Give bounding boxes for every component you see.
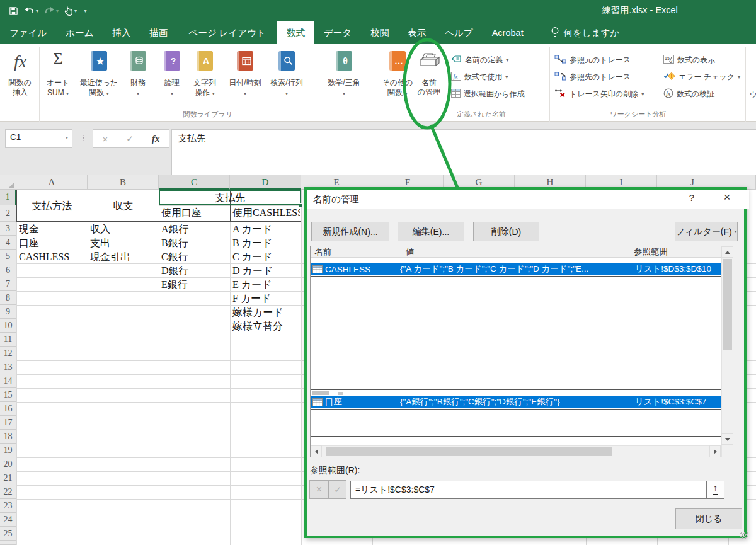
ribbon-item-define-name[interactable]: 名前の定義▾ — [451, 54, 508, 66]
customize-qat-button[interactable]: ▾ — [83, 9, 88, 13]
dropdown-icon[interactable]: ▾ — [506, 57, 508, 63]
row-header-16[interactable]: 16 — [0, 402, 16, 416]
row-header-24[interactable]: 24 — [0, 513, 16, 527]
name-manager-button[interactable]: 名前の管理 — [410, 49, 449, 110]
resize-grip[interactable] — [740, 532, 748, 539]
ribbon-item-use-in-formula[interactable]: fx数式で使用▾ — [451, 71, 508, 83]
row-header-23[interactable]: 23 — [0, 499, 16, 513]
cell-A3[interactable]: 現金 — [19, 222, 86, 235]
row-header-12[interactable]: 12 — [0, 347, 16, 360]
tab-0[interactable]: ファイル — [0, 21, 56, 44]
cell-B5[interactable]: 現金引出 — [90, 250, 158, 263]
cell-D5[interactable]: C カード — [232, 250, 300, 263]
row-header-1[interactable]: 1 — [0, 190, 16, 205]
select-all-corner[interactable] — [0, 175, 16, 190]
cancel-refers-button[interactable]: × — [309, 480, 329, 499]
scroll-up-button[interactable] — [721, 246, 733, 258]
row-header-20[interactable]: 20 — [0, 457, 16, 471]
cancel-entry-icon[interactable]: × — [103, 134, 108, 144]
column-header-D[interactable]: D — [230, 175, 301, 190]
row-header-3[interactable]: 3 — [0, 222, 16, 236]
cell-C7[interactable]: E銀行 — [161, 278, 229, 290]
dropdown-icon[interactable]: ▾ — [641, 91, 644, 97]
tab-6[interactable]: データ — [314, 21, 361, 44]
undo-button[interactable]: ▾ — [24, 6, 38, 15]
name-list-row-CASHLESS[interactable]: CASHLESS{"A カード";"B カード";"C カード";"D カード"… — [311, 263, 721, 275]
ribbon-item-create-from-selection[interactable]: 選択範囲から作成 — [451, 88, 525, 100]
row-header-8[interactable]: 8 — [0, 291, 16, 305]
row-header-10[interactable]: 10 — [0, 319, 16, 333]
refers-to-field[interactable]: =リスト!$C$3:$C$7↑ — [350, 481, 724, 499]
tab-9[interactable]: ヘルプ — [435, 21, 483, 44]
confirm-refers-button[interactable]: ✓ — [329, 480, 346, 499]
column-header-C[interactable]: C — [159, 175, 230, 190]
dialog-help-button[interactable]: ? — [684, 192, 700, 206]
name-box[interactable]: C1 ▾ — [5, 129, 72, 148]
tab-2[interactable]: 挿入 — [103, 21, 140, 44]
cell-C6[interactable]: D銀行 — [161, 264, 229, 277]
column-header-B[interactable]: B — [88, 175, 159, 190]
touch-mode-button[interactable]: ▾ — [64, 6, 77, 16]
row-header-5[interactable]: 5 — [0, 250, 16, 263]
row-header-15[interactable]: 15 — [0, 388, 16, 402]
cell-C4[interactable]: B銀行 — [161, 236, 229, 249]
tab-3[interactable]: 描画 — [140, 21, 178, 44]
confirm-entry-icon[interactable]: ✓ — [126, 134, 134, 144]
ribbon-item-audit1-1[interactable]: 参照先のトレース — [554, 71, 631, 83]
row-header-13[interactable]: 13 — [0, 360, 16, 374]
close-dialog-button[interactable]: 閉じる — [675, 508, 742, 529]
ribbon-item-audit1-2[interactable]: トレース矢印の削除▾ — [554, 88, 644, 100]
cell-B3[interactable]: 収入 — [90, 222, 158, 235]
tab-10[interactable]: Acrobat — [483, 21, 533, 44]
name-list-row-口座[interactable]: 口座{"A銀行";"B銀行";"C銀行";"D銀行";"E銀行"}=リスト!$C… — [311, 396, 721, 408]
cell-B1:B2[interactable]: 収支 — [88, 190, 159, 222]
cell-D3[interactable]: A カード — [232, 222, 300, 235]
row-header-17[interactable]: 17 — [0, 416, 16, 430]
ribbon-button-text[interactable]: A文字列操作 ▾ — [184, 49, 226, 110]
cell-D8[interactable]: F カード — [232, 292, 300, 304]
formula-bar-input[interactable]: 支払先 — [171, 129, 756, 176]
ribbon-button-lookup-reference[interactable]: 検索/行列▾ — [266, 49, 307, 110]
cell-A4[interactable]: 口座 — [19, 236, 86, 249]
tab-1[interactable]: ホーム — [56, 21, 103, 44]
row-header-14[interactable]: 14 — [0, 374, 16, 388]
cell-D6[interactable]: D カード — [232, 264, 300, 277]
cell-B4[interactable]: 支出 — [90, 236, 158, 249]
cell-D2[interactable]: 使用CASHLESS — [232, 206, 300, 221]
ribbon-item-audit2-2[interactable]: fx数式の検証 — [663, 88, 714, 100]
ribbon-item-audit1-0[interactable]: 参照元のトレース — [554, 54, 631, 66]
list-header-name[interactable]: 名前 — [314, 246, 331, 258]
tab-7[interactable]: 校閲 — [361, 21, 398, 44]
insert-function-button[interactable]: fx関数の挿入 — [3, 49, 38, 110]
cell-C5[interactable]: C銀行 — [161, 250, 229, 263]
row-header-18[interactable]: 18 — [0, 430, 16, 444]
ribbon-button-date-time[interactable]: 日付/時刻▾ — [224, 49, 266, 110]
column-header-A[interactable]: A — [16, 175, 88, 190]
row-header-4[interactable]: 4 — [0, 236, 16, 250]
tab-active-5[interactable]: 数式 — [277, 21, 314, 44]
cell-A5[interactable]: CASHLESS — [19, 250, 86, 263]
scroll-down-button[interactable] — [721, 433, 733, 445]
h-scrollbar-thumb[interactable] — [326, 447, 612, 456]
new-name-button[interactable]: 新規作成(N)... — [311, 222, 389, 241]
row-header-6[interactable]: 6 — [0, 263, 16, 277]
scroll-left-button[interactable] — [311, 445, 322, 457]
redo-button[interactable]: ▾ — [44, 6, 59, 15]
insert-function-icon[interactable]: fx — [152, 134, 160, 144]
scroll-right-button[interactable] — [709, 445, 721, 457]
v-scrollbar-thumb[interactable] — [723, 259, 732, 350]
ribbon-item-audit2-1[interactable]: !エラー チェック▾ — [663, 71, 740, 83]
ribbon-button-autosum[interactable]: ΣオートSUM ▾ — [37, 49, 79, 110]
row-header-7[interactable]: 7 — [0, 277, 16, 291]
cell-D10[interactable]: 嫁様立替分 — [232, 319, 300, 332]
tab-8[interactable]: 表示 — [398, 21, 435, 44]
row-header-2[interactable]: 2 — [0, 205, 16, 222]
undo-dropdown[interactable]: ▾ — [36, 8, 38, 14]
filter-button[interactable]: フィルター(F) ▾ — [675, 222, 738, 241]
row-header-22[interactable]: 22 — [0, 485, 16, 499]
cell-A1:A2[interactable]: 支払方法 — [16, 190, 88, 222]
list-header-ref[interactable]: 参照範囲 — [634, 246, 668, 258]
delete-name-button[interactable]: 削除(D) — [473, 222, 539, 241]
row-header-9[interactable]: 9 — [0, 305, 16, 319]
row-header-25[interactable]: 25 — [0, 527, 16, 541]
